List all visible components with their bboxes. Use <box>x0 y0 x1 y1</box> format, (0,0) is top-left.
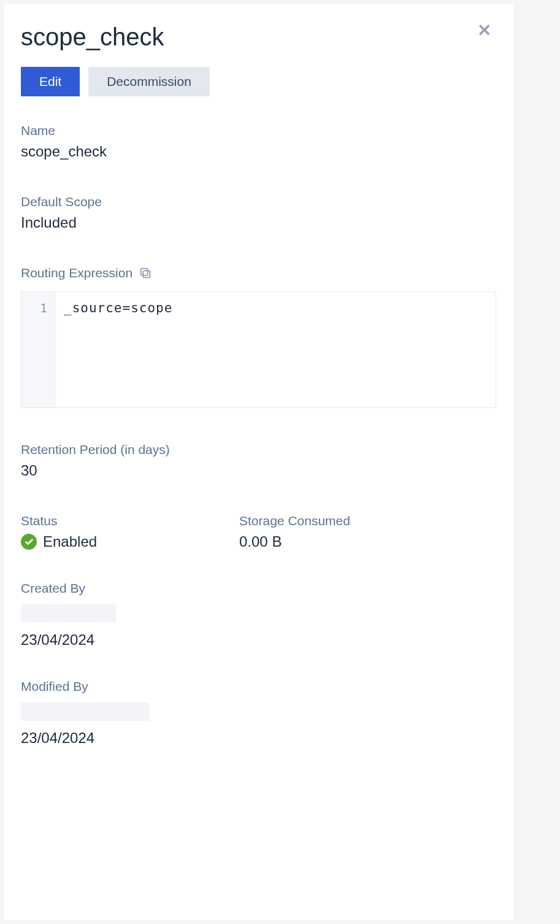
status-field: Status Enabled <box>21 514 239 550</box>
storage-consumed-field: Storage Consumed 0.00 B <box>239 514 458 550</box>
decommission-button[interactable]: Decommission <box>88 67 210 96</box>
svg-rect-0 <box>143 271 150 277</box>
check-circle-icon <box>21 534 37 550</box>
retention-period-field: Retention Period (in days) 30 <box>21 442 496 479</box>
modified-by-label: Modified By <box>21 679 496 694</box>
status-value: Enabled <box>43 533 97 550</box>
svg-rect-1 <box>141 269 148 275</box>
code-line-number: 1 <box>21 292 55 407</box>
modified-by-user <box>21 703 150 721</box>
name-value: scope_check <box>21 143 496 160</box>
created-by-label: Created By <box>21 581 496 596</box>
modified-by-field: Modified By 23/04/2024 <box>21 679 496 747</box>
name-field: Name scope_check <box>21 123 496 160</box>
routing-expression-code[interactable]: _source=scope <box>55 292 496 407</box>
default-scope-label: Default Scope <box>21 194 496 209</box>
created-by-user <box>21 604 116 623</box>
modified-by-date: 23/04/2024 <box>21 730 496 747</box>
created-by-date: 23/04/2024 <box>21 631 496 649</box>
edit-button[interactable]: Edit <box>21 67 80 96</box>
routing-expression-field: Routing Expression 1 _source=scope <box>21 266 496 408</box>
created-by-field: Created By 23/04/2024 <box>21 581 496 649</box>
status-label: Status <box>21 514 239 528</box>
retention-period-label: Retention Period (in days) <box>21 442 496 457</box>
storage-consumed-label: Storage Consumed <box>239 514 458 528</box>
routing-expression-code-block: 1 _source=scope <box>21 291 496 408</box>
action-button-row: Edit Decommission <box>21 67 496 96</box>
storage-consumed-value: 0.00 B <box>239 533 458 550</box>
default-scope-field: Default Scope Included <box>21 194 496 231</box>
detail-panel: ✕ scope_check Edit Decommission Name sco… <box>4 4 513 920</box>
routing-expression-label: Routing Expression <box>21 266 132 280</box>
close-icon[interactable]: ✕ <box>477 22 491 39</box>
retention-period-value: 30 <box>21 462 496 479</box>
copy-icon[interactable] <box>139 266 152 280</box>
name-label: Name <box>21 123 496 138</box>
default-scope-value: Included <box>21 214 496 231</box>
panel-title: scope_check <box>21 23 496 51</box>
